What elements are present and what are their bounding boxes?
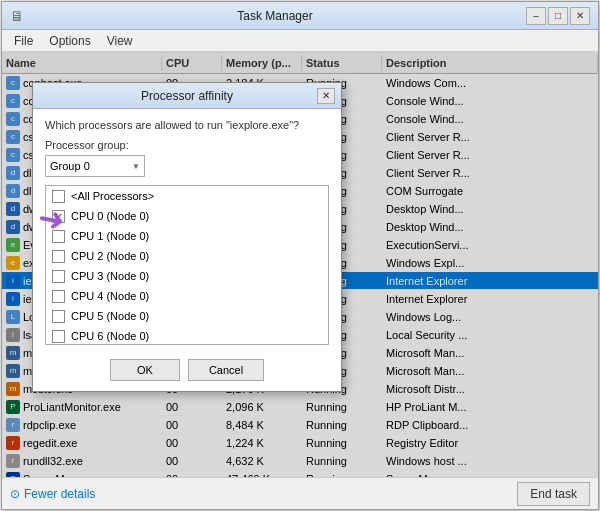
processor-affinity-dialog: Processor affinity ✕ Which processors ar… bbox=[32, 82, 342, 392]
cpu-label-4: CPU 4 (Node 0) bbox=[71, 290, 149, 302]
task-manager-window: 🖥 Task Manager – □ ✕ File Options View N… bbox=[1, 1, 599, 510]
cpu-item-3[interactable]: CPU 3 (Node 0) bbox=[46, 266, 328, 286]
checkbox-cpu2[interactable] bbox=[52, 250, 65, 263]
checkbox-cpu5[interactable] bbox=[52, 310, 65, 323]
cpu-list: <All Processors> ✓ CPU 0 (Node 0) CPU 1 … bbox=[45, 185, 329, 345]
processor-group-select[interactable]: Group 0 ▼ bbox=[45, 155, 145, 177]
minimize-button[interactable]: – bbox=[526, 7, 546, 25]
menu-bar: File Options View bbox=[2, 30, 598, 52]
menu-options[interactable]: Options bbox=[41, 32, 98, 50]
cpu-item-5[interactable]: CPU 5 (Node 0) bbox=[46, 306, 328, 326]
title-bar: 🖥 Task Manager – □ ✕ bbox=[2, 2, 598, 30]
end-task-button[interactable]: End task bbox=[517, 482, 590, 506]
cpu-item-0[interactable]: ✓ CPU 0 (Node 0) bbox=[46, 206, 328, 226]
cpu-item-4[interactable]: CPU 4 (Node 0) bbox=[46, 286, 328, 306]
select-arrow-icon: ▼ bbox=[132, 162, 140, 171]
cpu-item-6[interactable]: CPU 6 (Node 0) bbox=[46, 326, 328, 345]
dialog-buttons: OK Cancel bbox=[45, 355, 329, 381]
processor-group-value: Group 0 bbox=[50, 160, 90, 172]
checkbox-cpu4[interactable] bbox=[52, 290, 65, 303]
fewer-details-button[interactable]: ⊙ Fewer details bbox=[10, 487, 95, 501]
cpu-label-5: CPU 5 (Node 0) bbox=[71, 310, 149, 322]
main-content: Name CPU Memory (p... Status Description… bbox=[2, 52, 598, 477]
bottom-bar: ⊙ Fewer details End task bbox=[2, 477, 598, 509]
dialog-title: Processor affinity bbox=[57, 89, 317, 103]
dialog-title-bar: Processor affinity ✕ bbox=[33, 83, 341, 109]
cpu-label-6: CPU 6 (Node 0) bbox=[71, 330, 149, 342]
menu-file[interactable]: File bbox=[6, 32, 41, 50]
dialog-overlay: ➜ Processor affinity ✕ Which processors … bbox=[2, 52, 598, 477]
maximize-button[interactable]: □ bbox=[548, 7, 568, 25]
cpu-label-2: CPU 2 (Node 0) bbox=[71, 250, 149, 262]
dialog-question: Which processors are allowed to run "iex… bbox=[45, 119, 329, 131]
menu-view[interactable]: View bbox=[99, 32, 141, 50]
window-title: Task Manager bbox=[24, 9, 526, 23]
dialog-close-button[interactable]: ✕ bbox=[317, 88, 335, 104]
cancel-button[interactable]: Cancel bbox=[188, 359, 264, 381]
processor-group-label: Processor group: bbox=[45, 139, 329, 151]
fewer-details-label: Fewer details bbox=[24, 487, 95, 501]
cpu-label-all: <All Processors> bbox=[71, 190, 154, 202]
cpu-item-1[interactable]: CPU 1 (Node 0) bbox=[46, 226, 328, 246]
checkbox-cpu3[interactable] bbox=[52, 270, 65, 283]
fewer-details-icon: ⊙ bbox=[10, 487, 20, 501]
dialog-body: Which processors are allowed to run "iex… bbox=[33, 109, 341, 391]
cpu-label-1: CPU 1 (Node 0) bbox=[71, 230, 149, 242]
ok-button[interactable]: OK bbox=[110, 359, 180, 381]
cpu-item-2[interactable]: CPU 2 (Node 0) bbox=[46, 246, 328, 266]
checkbox-cpu6[interactable] bbox=[52, 330, 65, 343]
cpu-label-0: CPU 0 (Node 0) bbox=[71, 210, 149, 222]
cpu-label-3: CPU 3 (Node 0) bbox=[71, 270, 149, 282]
window-controls: – □ ✕ bbox=[526, 7, 590, 25]
cpu-item-all[interactable]: <All Processors> bbox=[46, 186, 328, 206]
close-button[interactable]: ✕ bbox=[570, 7, 590, 25]
processor-group-row: Group 0 ▼ bbox=[45, 155, 329, 177]
